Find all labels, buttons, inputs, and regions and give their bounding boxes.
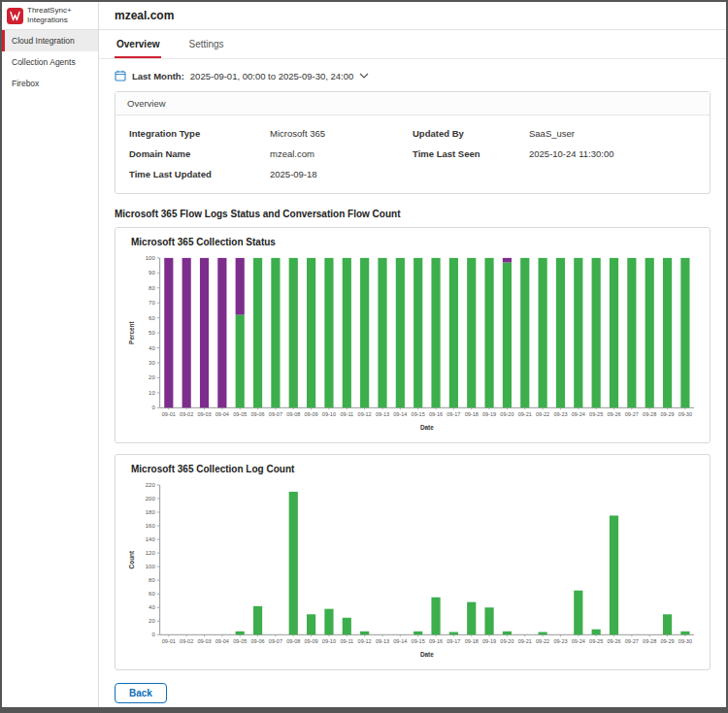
overview-card-title: Overview — [116, 92, 710, 115]
bar-09-15-success — [414, 258, 422, 407]
svg-text:09-27: 09-27 — [625, 638, 639, 644]
svg-text:10: 10 — [149, 390, 155, 396]
bar-09-12-log_count — [360, 632, 369, 635]
svg-text:09-26: 09-26 — [607, 638, 620, 644]
field-domain-name: Domain Name mzeal.com — [129, 148, 413, 159]
svg-text:09-18: 09-18 — [465, 411, 479, 417]
field-time-last-seen: Time Last Seen 2025-10-24 11:30:00 — [413, 148, 696, 159]
date-filter[interactable]: Last Month: 2025-09-01, 00:00 to 2025-09… — [115, 70, 711, 81]
collection-status-title: Microsoft 365 Collection Status — [131, 237, 702, 247]
sidebar-item-collection-agents[interactable]: Collection Agents — [2, 51, 98, 73]
bar-09-20-log_count — [503, 632, 512, 635]
svg-text:09-02: 09-02 — [180, 411, 193, 417]
bar-09-02-failure — [182, 258, 191, 407]
bar-09-22-log_count — [539, 632, 547, 635]
svg-text:220: 220 — [146, 482, 156, 488]
svg-text:09-01: 09-01 — [162, 638, 176, 644]
bar-09-08-log_count — [289, 492, 298, 634]
svg-text:09-05: 09-05 — [233, 411, 247, 417]
svg-text:09-02: 09-02 — [180, 638, 193, 644]
svg-text:09-12: 09-12 — [358, 411, 372, 417]
svg-text:09-03: 09-03 — [197, 411, 211, 417]
svg-text:09-07: 09-07 — [269, 411, 282, 417]
field-value: mzeal.com — [270, 148, 314, 159]
bar-09-06-success — [253, 258, 262, 407]
bar-09-04-failure — [217, 258, 226, 407]
svg-text:09-13: 09-13 — [376, 638, 389, 644]
bar-09-17-log_count — [449, 632, 458, 635]
back-button[interactable]: Back — [115, 683, 167, 703]
svg-text:100: 100 — [146, 564, 156, 569]
tab-overview[interactable]: Overview — [115, 30, 161, 58]
bar-09-05-success — [236, 315, 245, 408]
bar-09-29-success — [663, 258, 672, 407]
field-label: Domain Name — [129, 148, 270, 159]
field-value: 2025-10-24 11:30:00 — [529, 148, 614, 159]
bar-09-30-success — [680, 258, 689, 407]
chevron-down-icon — [359, 73, 369, 79]
svg-text:60: 60 — [149, 315, 155, 321]
bar-09-03-failure — [200, 258, 209, 407]
bar-09-24-success — [574, 258, 582, 407]
sidebar-nav: Cloud Integration Collection Agents Fire… — [2, 30, 98, 94]
threatsync-logo-icon — [7, 8, 23, 24]
svg-text:09-12: 09-12 — [358, 638, 372, 644]
svg-text:09-22: 09-22 — [536, 638, 549, 644]
svg-text:09-04: 09-04 — [215, 638, 229, 644]
svg-text:20: 20 — [149, 618, 155, 624]
svg-text:09-20: 09-20 — [500, 638, 513, 644]
svg-text:09-05: 09-05 — [233, 638, 247, 644]
svg-text:09-11: 09-11 — [340, 411, 353, 417]
bar-09-26-log_count — [610, 516, 618, 635]
bar-09-28-success — [645, 258, 654, 407]
svg-text:09-13: 09-13 — [376, 411, 389, 417]
overview-card-body: Integration Type Microsoft 365 Domain Na… — [116, 115, 710, 193]
svg-text:09-25: 09-25 — [589, 411, 603, 417]
svg-text:09-23: 09-23 — [553, 411, 567, 417]
bar-09-27-success — [627, 258, 636, 407]
svg-text:09-09: 09-09 — [305, 638, 318, 644]
bar-09-15-log_count — [414, 632, 422, 635]
svg-text:Percent: Percent — [128, 320, 135, 343]
bar-09-09-log_count — [307, 614, 315, 634]
overview-right-column: Updated By SaaS_user Time Last Seen 2025… — [413, 128, 696, 179]
field-value: SaaS_user — [529, 128, 575, 139]
field-integration-type: Integration Type Microsoft 365 — [129, 128, 413, 139]
tab-settings[interactable]: Settings — [186, 30, 225, 58]
svg-text:09-03: 09-03 — [197, 638, 211, 644]
bar-09-17-success — [449, 258, 458, 407]
brand-line2: Integrations — [27, 16, 72, 25]
brand-text: ThreatSync+ Integrations — [27, 6, 72, 24]
svg-text:09-30: 09-30 — [678, 638, 692, 644]
svg-text:0: 0 — [151, 405, 155, 410]
svg-text:09-29: 09-29 — [660, 638, 674, 644]
svg-text:09-14: 09-14 — [393, 638, 407, 644]
date-filter-label: Last Month: — [132, 71, 184, 81]
svg-text:09-07: 09-07 — [269, 638, 282, 644]
svg-text:160: 160 — [146, 523, 156, 529]
svg-text:200: 200 — [146, 496, 156, 502]
content-area: Last Month: 2025-09-01, 00:00 to 2025-09… — [99, 59, 726, 707]
bar-09-01-failure — [164, 258, 173, 407]
bar-09-19-success — [484, 258, 493, 407]
section-title: Microsoft 365 Flow Logs Status and Conve… — [115, 209, 711, 219]
overview-card: Overview Integration Type Microsoft 365 … — [115, 91, 711, 194]
calendar-icon — [115, 70, 126, 81]
bar-09-23-success — [556, 258, 565, 407]
bar-09-10-log_count — [324, 609, 333, 635]
svg-text:50: 50 — [149, 330, 155, 336]
sidebar-item-cloud-integration[interactable]: Cloud Integration — [2, 30, 98, 51]
svg-text:09-29: 09-29 — [660, 411, 674, 417]
overview-left-column: Integration Type Microsoft 365 Domain Na… — [129, 128, 413, 179]
sidebar-item-firebox[interactable]: Firebox — [2, 73, 98, 94]
svg-text:09-14: 09-14 — [393, 411, 407, 417]
bar-09-11-log_count — [343, 618, 351, 635]
svg-text:09-10: 09-10 — [322, 411, 336, 417]
svg-text:09-06: 09-06 — [250, 411, 264, 417]
svg-text:09-28: 09-28 — [643, 638, 656, 644]
svg-text:0: 0 — [151, 632, 155, 637]
bar-09-05-log_count — [236, 632, 245, 635]
brand-line1: ThreatSync+ — [27, 6, 72, 16]
svg-text:80: 80 — [149, 577, 155, 583]
svg-text:120: 120 — [146, 550, 156, 556]
